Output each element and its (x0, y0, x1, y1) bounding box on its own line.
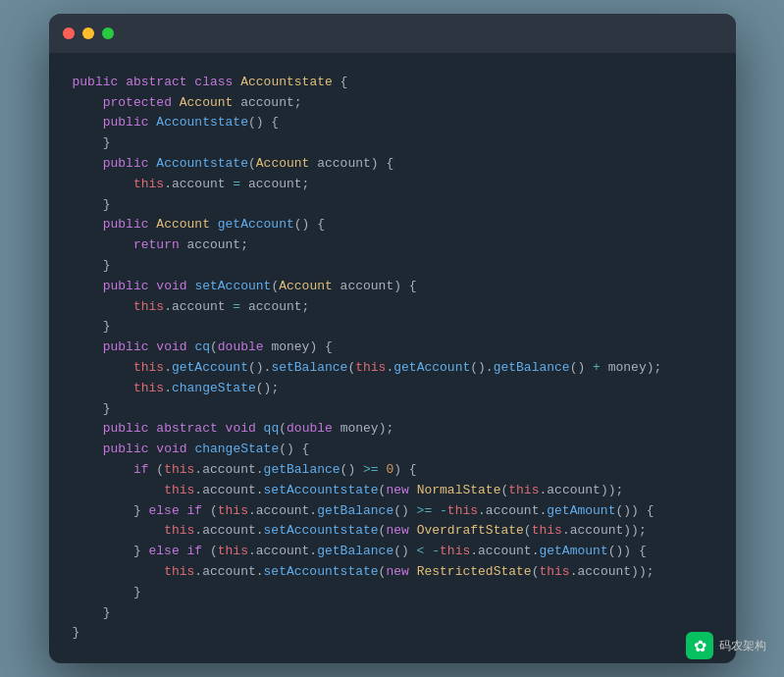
wechat-icon: ✿ (686, 632, 713, 659)
titlebar (49, 14, 736, 53)
code-window: public abstract class Accountstate { pro… (49, 14, 736, 663)
watermark: ✿ 码农架构 (686, 632, 766, 659)
code-block: public abstract class Accountstate { pro… (49, 53, 736, 663)
maximize-button[interactable] (102, 27, 114, 39)
close-button[interactable] (63, 27, 75, 39)
minimize-button[interactable] (82, 27, 94, 39)
watermark-text: 码农架构 (719, 638, 766, 654)
